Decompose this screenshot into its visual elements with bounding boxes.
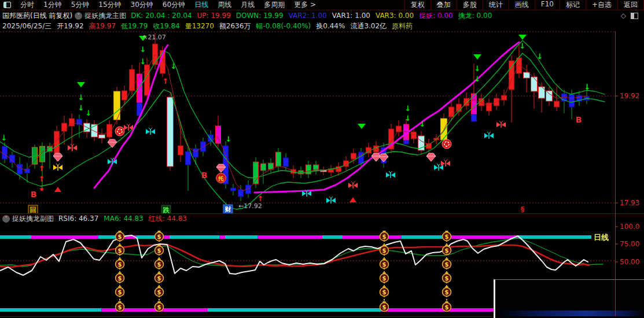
star-icon: ★	[39, 186, 45, 193]
money-bag-icon: $	[155, 245, 164, 255]
value-segment: DK: 20.04 : 20.04	[131, 12, 192, 20]
value-segment: 2025/06/25/三	[2, 22, 51, 30]
butterfly-icon	[386, 171, 395, 178]
signal-char-box: 回	[28, 205, 38, 214]
cycle-signal-icon	[115, 127, 124, 136]
down-arrow-icon: ↓	[405, 114, 411, 123]
candlestick	[145, 65, 150, 95]
chart-text: $	[157, 275, 161, 282]
value-segment: MA6: 44.83	[104, 215, 143, 223]
candlestick	[261, 164, 266, 171]
value-segment: RSI6: 46.37	[58, 215, 98, 223]
menu-item-30分钟[interactable]: 30分钟	[126, 0, 158, 10]
toolbar-button-统计[interactable]: 统计	[483, 0, 509, 10]
candlestick	[449, 107, 454, 117]
price-axis-label: 17.93	[620, 199, 639, 207]
down-arrow-icon: ↓	[86, 109, 92, 117]
quote-values: 2025/06/25/三开19.92高19.97低19.79收19.84量132…	[2, 21, 418, 31]
chart-text: $	[118, 234, 122, 240]
value-segment: 捉妖: 0.00	[419, 12, 453, 20]
diamond-marker-icon[interactable]: ◇	[621, 12, 626, 20]
value-segment: 低19.79	[121, 22, 148, 30]
stock-title: 国邦医药(日线 前复权)	[2, 11, 72, 21]
value-segment: 擒龙: 0.00	[458, 12, 492, 20]
chevron-down-circle-icon[interactable]: ˅	[2, 215, 10, 223]
gem-icon	[379, 154, 388, 162]
menu-item-月线[interactable]: 月线	[236, 0, 259, 10]
toolbar-button-返回[interactable]: 返回	[617, 0, 644, 10]
value-segment: 收19.84	[153, 22, 179, 30]
money-bag-icon: $	[155, 258, 164, 269]
value-segment: 开19.92	[57, 22, 83, 30]
candlestick	[546, 91, 553, 101]
chart-text: $	[118, 304, 122, 310]
menubar-period-tabs: 分时1分钟5分钟15分钟30分钟60分钟日线周线月线多周期更多 >	[16, 0, 321, 10]
toolbar-button-F10[interactable]: F10	[535, 0, 560, 10]
toolbar-button-叠加[interactable]: 叠加	[430, 0, 457, 10]
down-arrow-icon: ↓	[584, 83, 591, 91]
chart-text: $	[382, 275, 387, 282]
value-segment: DOWN: 19.99	[236, 12, 284, 20]
down-arrow-icon: ↓	[405, 104, 411, 113]
main-indicator-title: 捉妖擒龙主图	[84, 11, 126, 21]
toolbar-button-标记[interactable]: 标记	[560, 0, 586, 10]
menu-item-日线[interactable]: 日线	[190, 0, 213, 10]
toolbar-button-复权[interactable]: 复权	[404, 0, 430, 10]
gem-icon	[53, 153, 62, 161]
signal-bar-bottom	[381, 308, 494, 312]
signal-bar-top	[31, 235, 98, 239]
signal-bar-top	[170, 235, 219, 239]
menu-item-周线[interactable]: 周线	[213, 0, 236, 10]
value-segment: 量13270	[185, 22, 214, 30]
up-arrow-icon: ↑	[39, 164, 45, 173]
chevron-down-circle-icon[interactable]: ˅	[75, 12, 82, 20]
menu-item-多周期[interactable]: 多周期	[259, 0, 289, 10]
candlestick	[231, 188, 236, 191]
chart-text: $	[382, 234, 387, 240]
candlestick	[284, 158, 289, 167]
butterfly-icon	[68, 144, 77, 151]
toolbar-button-+自选[interactable]: +自选	[586, 0, 617, 10]
down-arrow-icon: ↓	[78, 103, 84, 112]
menu-item-60分钟[interactable]: 60分钟	[158, 0, 190, 10]
candlestick	[69, 119, 75, 126]
split-window-icon[interactable]	[631, 13, 638, 19]
signal-bar-top	[225, 235, 257, 239]
money-bag-icon: $	[155, 231, 164, 241]
value-segment: UP: 19.99	[197, 12, 231, 20]
app-window-icon[interactable]	[3, 2, 11, 8]
sell-signal-triangle-icon	[473, 54, 481, 60]
butterfly-icon	[53, 164, 62, 171]
money-bag-icon: $	[443, 245, 451, 255]
toolbar-button-多股[interactable]: 多股	[457, 0, 483, 10]
value-segment: 流通3.02亿	[350, 22, 387, 30]
chart-text: $	[445, 261, 449, 268]
menu-item-1分钟[interactable]: 1分钟	[39, 0, 67, 10]
chart-text: 托	[218, 176, 224, 182]
money-bag-icon: $	[443, 258, 451, 269]
candlestick	[62, 123, 67, 131]
candlestick	[404, 140, 409, 144]
candlestick	[178, 146, 183, 155]
money-bag-icon: $	[155, 286, 164, 297]
chart-text: $	[382, 247, 387, 254]
menu-item-5分钟[interactable]: 5分钟	[67, 0, 94, 10]
candlestick	[2, 146, 8, 159]
signal-bar-top	[518, 235, 591, 239]
candlestick	[531, 77, 538, 91]
menu-item-分时[interactable]: 分时	[16, 0, 39, 10]
up-arrow-icon: ↑	[257, 194, 264, 203]
signal-bar-top	[163, 235, 170, 239]
menu-item-15分钟[interactable]: 15分钟	[94, 0, 126, 10]
candlestick	[554, 101, 560, 107]
chart-text: $	[445, 289, 449, 295]
chart-text: $	[157, 261, 161, 268]
sub-indicator-header: ˅ 捉妖擒龙副图 RSI6: 46.37MA6: 44.83红线: 44.83	[0, 214, 644, 223]
period-label: 日线	[594, 233, 609, 242]
down-arrow-icon: ↓	[171, 62, 177, 71]
toolbar-button-画线[interactable]: 画线	[509, 0, 535, 10]
chart-text: $	[445, 275, 449, 282]
down-arrow-icon: ↓	[78, 93, 84, 102]
main-chart[interactable]: ↓↓↓↓↓↓↓↓↓↓↓↓↓↓↓↓↑↑↑↑★托BBB回跌财§↖21.07←17.9…	[0, 31, 644, 214]
menu-item-更多 >[interactable]: 更多 >	[289, 0, 321, 10]
